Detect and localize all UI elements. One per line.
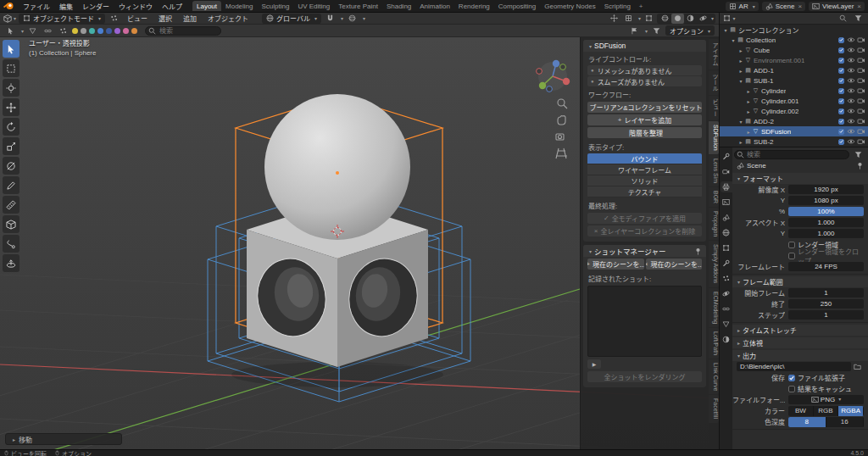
tool-extra-icon-1[interactable]: [26, 25, 39, 36]
camera-visibility-toggle[interactable]: [856, 87, 866, 94]
expand-toggle[interactable]: ▾: [722, 27, 729, 33]
final-process-button[interactable]: × 全レイヤーコレクションを削除: [587, 225, 702, 236]
hide-eye-toggle[interactable]: [846, 36, 856, 43]
snap-settings-arrow[interactable]: ▾: [341, 15, 343, 21]
tab-tool[interactable]: [721, 151, 732, 162]
exclude-checkbox[interactable]: [836, 139, 846, 145]
redo-panel[interactable]: ▸移動: [5, 433, 122, 445]
hide-eye-toggle[interactable]: [846, 87, 856, 94]
proportional-edit-toggle[interactable]: [346, 14, 359, 24]
transform-orientation-selector[interactable]: グローバル▾: [262, 14, 321, 24]
outliner-row[interactable]: ▸ ▽ Environment.001: [720, 55, 868, 65]
unlink-viewlayer-button[interactable]: ×: [857, 3, 861, 10]
tab-particles[interactable]: [721, 273, 732, 284]
workflow-button[interactable]: ブーリアン&コレクションをリセット: [587, 102, 702, 113]
npanel-tab[interactable]: Facetfill: [709, 395, 719, 422]
color-mode-option[interactable]: RGBA: [838, 406, 864, 416]
output-section-header[interactable]: ▾出力: [732, 350, 868, 361]
tab-render[interactable]: [721, 166, 732, 177]
exclude-checkbox[interactable]: [836, 68, 846, 74]
sdfusion-panel-header[interactable]: ▾SDFusion: [583, 40, 706, 52]
expand-toggle[interactable]: ▸: [745, 108, 752, 114]
workspace-tab[interactable]: Modeling: [221, 1, 257, 11]
camera-visibility-toggle[interactable]: [856, 118, 866, 125]
display-type-option[interactable]: ソリッド: [587, 175, 702, 186]
output-path-field[interactable]: D:\Blender\pic\: [737, 362, 851, 371]
shot-manager-header[interactable]: ▾ショットマネージャー: [583, 245, 706, 257]
tab-modifiers[interactable]: [721, 258, 732, 269]
file-format-dropdown[interactable]: PNG ▾: [788, 395, 864, 404]
properties-search-input[interactable]: [734, 150, 849, 159]
tool-button[interactable]: [3, 254, 19, 272]
open-folder-button[interactable]: [851, 362, 864, 372]
hide-eye-toggle[interactable]: [846, 67, 856, 74]
expand-toggle[interactable]: ▸: [737, 139, 744, 145]
color-depth-option[interactable]: 16: [826, 417, 865, 427]
sdf-primitive-dot[interactable]: [123, 28, 129, 34]
tool-button[interactable]: [3, 215, 19, 233]
exclude-checkbox[interactable]: [836, 37, 846, 43]
npanel-tab[interactable]: アイテム: [709, 39, 719, 70]
exclude-checkbox[interactable]: [836, 47, 846, 53]
tool-button[interactable]: [3, 196, 19, 214]
expand-toggle[interactable]: ▸: [737, 58, 744, 64]
hide-eye-toggle[interactable]: [846, 47, 856, 53]
expand-toggle[interactable]: ▾: [737, 78, 744, 84]
filter-icon[interactable]: [650, 25, 663, 36]
tab-view-layer[interactable]: [721, 197, 732, 208]
hide-eye-toggle[interactable]: [846, 128, 856, 135]
topbar-menu[interactable]: ファイル: [19, 1, 54, 12]
npanel-tab[interactable]: Link Curve: [709, 359, 719, 394]
overlays-toggle[interactable]: [622, 14, 635, 24]
tool-button[interactable]: [3, 40, 19, 58]
tool-button[interactable]: [3, 118, 19, 136]
expand-toggle[interactable]: ▸: [737, 47, 744, 53]
number-field[interactable]: 1.000: [788, 218, 864, 227]
outliner-row[interactable]: ▸ ▽ Cylinder.001: [720, 96, 868, 106]
exclude-checkbox[interactable]: [836, 58, 846, 64]
hide-eye-toggle[interactable]: [846, 77, 856, 84]
shading-wireframe-button[interactable]: [659, 14, 671, 24]
workspace-tab[interactable]: Geometry Nodes: [540, 1, 599, 11]
gizmo-z-neg[interactable]: [547, 86, 553, 92]
workspace-tab[interactable]: Texture Paint: [334, 1, 382, 11]
overlays-arrow[interactable]: ▾: [638, 15, 641, 21]
collapsed-section-header[interactable]: ▸立体視: [732, 337, 868, 348]
recorded-shots-list[interactable]: [587, 286, 702, 357]
blender-logo-menu[interactable]: [3, 2, 14, 10]
npanel-tab[interactable]: Lens Sim: [709, 155, 719, 186]
sdf-primitive-dot[interactable]: [114, 28, 120, 34]
outliner-row[interactable]: ▸ ▽ Cylinder.002: [720, 106, 868, 116]
camera-visibility-toggle[interactable]: [856, 128, 866, 135]
xray-toggle[interactable]: [643, 14, 655, 24]
viewport-menu[interactable]: 選択: [154, 13, 176, 24]
number-field[interactable]: 1920 px: [788, 185, 864, 194]
hide-eye-toggle[interactable]: [846, 108, 856, 114]
format-section-header[interactable]: ▾フォーマット: [732, 173, 868, 184]
npanel-tab[interactable]: ツール: [709, 70, 719, 95]
editor-type-selector[interactable]: ▾: [3, 14, 16, 24]
active-tool-arrow[interactable]: ▾: [21, 28, 24, 34]
workflow-button[interactable]: + レイヤーを追加: [587, 114, 702, 125]
shading-settings-arrow[interactable]: ▾: [711, 15, 714, 21]
workspace-tab[interactable]: UV Editing: [293, 1, 334, 11]
tool-extra-icon-2[interactable]: [42, 25, 54, 36]
workspace-tab[interactable]: Sculpting: [258, 1, 294, 11]
shading-solid-button[interactable]: [671, 14, 684, 24]
exclude-checkbox[interactable]: [836, 78, 846, 84]
viewport-menu[interactable]: 追加: [179, 13, 201, 24]
tab-material[interactable]: [721, 334, 732, 345]
pin-icon[interactable]: [694, 247, 702, 255]
shading-rendered-button[interactable]: [697, 14, 709, 24]
scene-selector[interactable]: Scene ×: [762, 2, 805, 11]
framerate-dropdown[interactable]: 24 FPS: [788, 262, 864, 271]
add-workspace-button[interactable]: +: [635, 1, 648, 11]
file-extensions-checkbox[interactable]: ファイル拡張子: [788, 373, 864, 382]
number-field[interactable]: 1080 px: [788, 196, 864, 205]
tool-button[interactable]: [3, 176, 19, 194]
display-type-option[interactable]: ワイヤーフレーム: [587, 164, 702, 175]
tab-object-data[interactable]: [721, 319, 732, 330]
number-field[interactable]: 100%: [788, 207, 864, 216]
gizmo-x-neg[interactable]: [537, 69, 542, 75]
workflow-button[interactable]: 階層を整理: [587, 127, 702, 138]
